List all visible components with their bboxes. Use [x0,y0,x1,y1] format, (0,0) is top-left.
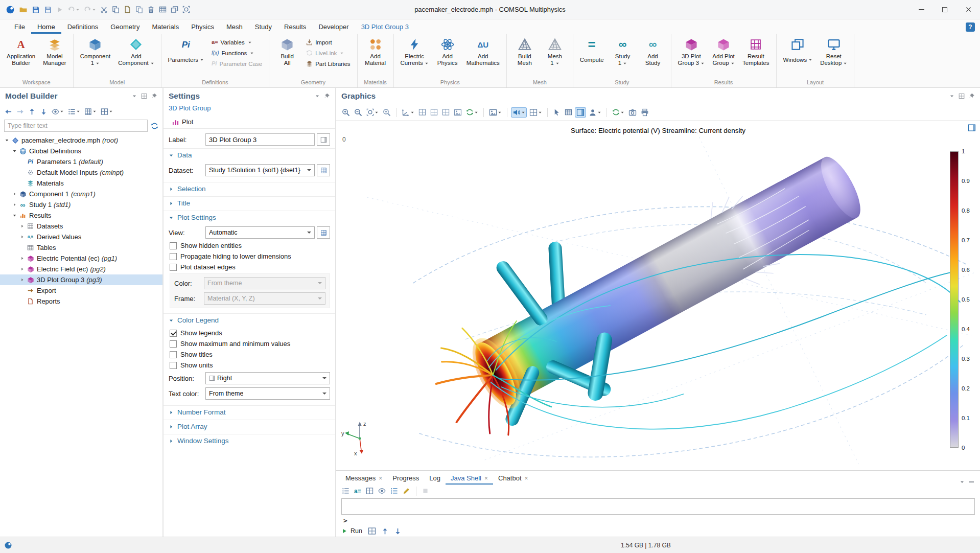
edge-color-select[interactable]: From theme [204,277,325,289]
shell-tree-view-button[interactable] [340,486,351,496]
qat-zoom-extents-button[interactable] [181,4,192,15]
panel-menu-icon[interactable] [949,94,954,99]
ribbon-part-libraries-button[interactable]: Part Libraries [303,58,353,69]
checkbox-propagate-hiding-to-lower-dimensions[interactable]: Propagate hiding to lower dimensions [164,251,335,262]
select-mode-button[interactable] [551,107,562,117]
ribbon-compute-button[interactable]: =Compute [577,35,607,68]
ribbon-parameters-button[interactable]: PiParameters [165,35,207,68]
update-plot-button[interactable] [611,107,626,117]
filter-input[interactable] [4,120,148,132]
qat-save-button[interactable] [30,4,41,15]
section-window-settings[interactable]: Window Settings [164,434,335,447]
ribbon-tab-materials[interactable]: Materials [146,20,185,34]
tab-java-shell[interactable]: Java Shell× [446,472,493,485]
frame-select[interactable]: Material (X, Y, Z) [204,292,325,305]
minimize-panel-icon[interactable] [969,481,974,482]
ribbon-3d-plot-group-3-button[interactable]: 3D PlotGroup 3 [675,35,708,68]
minimize-button[interactable] [909,0,933,19]
ribbon-tab-physics[interactable]: Physics [185,20,220,34]
ribbon-windows-button[interactable]: Windows [780,35,816,68]
ribbon-application-builder-button[interactable]: AApplicationBuilder [4,35,38,68]
ribbon-tab-definitions[interactable]: Definitions [61,20,105,34]
tab-log[interactable]: Log [424,472,446,485]
shell-next-command-button[interactable] [392,526,403,536]
ribbon-reset-desktop-button[interactable]: ResetDesktop [817,35,850,68]
plot-in-window-button[interactable] [528,107,544,118]
shell-history-button[interactable] [377,486,387,496]
section-plot-array[interactable]: Plot Array [164,420,335,433]
plot-button[interactable]: Plot [168,117,197,127]
shell-edit-button[interactable] [401,486,412,496]
ribbon-result-templates-button[interactable]: ResultTemplates [739,35,772,68]
panel-menu-icon[interactable] [132,94,137,99]
section-data[interactable]: Data [164,148,335,162]
ribbon-variables-button[interactable]: a=Variables [208,37,265,48]
pin-icon[interactable] [324,93,330,99]
qat-open-file-button[interactable] [17,4,29,15]
shell-open-shell-button[interactable] [366,526,378,536]
close-tab-icon[interactable]: × [379,475,382,482]
label-input[interactable] [205,133,315,146]
pin-icon[interactable] [969,93,975,99]
qat-duplicate-button[interactable] [134,4,145,15]
refresh-icon[interactable] [151,122,158,130]
tree-item-electric-field-ec[interactable]: Electric Field (ec)(pg2) [0,264,162,274]
text-color-select[interactable]: From theme [205,387,330,400]
sound-button[interactable] [511,107,527,118]
ribbon-parameter-case-button[interactable]: PiParameter Case [208,58,265,69]
rotate-view-button[interactable] [464,107,480,117]
mb-collapse-expand-button[interactable] [99,107,114,117]
tab-chatbot[interactable]: Chatbot× [493,472,533,485]
close-tab-icon[interactable]: × [525,475,528,482]
tree-item-3d-plot-group-3[interactable]: 3D Plot Group 3(pg3) [0,274,162,285]
rename-button[interactable] [317,133,330,146]
tree-item-global-definitions[interactable]: Global Definitions [0,146,162,156]
ribbon-add-material-button[interactable]: AddMaterial [361,35,390,68]
ribbon-tab-file[interactable]: File [8,20,31,34]
mb-forward-button[interactable] [15,107,26,117]
tree-chevron-icon[interactable] [11,149,18,153]
tree-item-default-model-inputs[interactable]: Default Model Inputs(cminpt) [0,167,162,178]
qat-paste-button[interactable] [122,4,133,15]
tree-chevron-icon[interactable] [18,224,26,228]
ribbon-functions-button[interactable]: f(x)Functions [208,48,265,58]
tree-item-datasets[interactable]: Datasets [0,221,162,232]
view-yz-button[interactable] [429,107,439,117]
ribbon-add-mathematics-button[interactable]: ΔUAddMathematics [463,35,503,68]
ribbon-tab-home[interactable]: Home [31,20,61,34]
section-title[interactable]: Title [164,196,335,210]
tree-item-component-1[interactable]: Component 1(comp1) [0,189,162,199]
tree-item-parameters-1[interactable]: PiParameters 1(default) [0,156,162,167]
tree-chevron-icon[interactable] [18,235,26,239]
tree-chevron-icon[interactable] [18,278,26,282]
snapshot-camera-button[interactable] [627,107,638,118]
ribbon-livelink-button[interactable]: LiveLink [303,48,353,58]
ribbon-tab-geometry[interactable]: Geometry [104,20,146,34]
side-panel-button[interactable] [575,107,586,118]
zoom-in-button[interactable] [340,107,352,118]
zoom-box-button[interactable] [381,107,392,118]
ribbon-tab-mesh[interactable]: Mesh [220,20,249,34]
view-edit-button[interactable] [317,226,330,239]
ribbon-build-all-button[interactable]: BuildAll [273,35,301,68]
mb-move-down-button[interactable] [38,107,49,117]
ribbon-add-study-button[interactable]: ∞AddStudy [639,35,667,68]
ribbon-mesh-1-button[interactable]: Mesh1 [541,35,569,68]
mb-model-tree-node-text-button[interactable] [66,107,82,117]
mb-toolbar-options-button[interactable] [83,107,98,117]
checkbox-show-maximum-and-minimum-values[interactable]: Show maximum and minimum values [164,338,335,349]
show-side-panel-icon[interactable] [968,124,976,132]
go-to-default-view-button[interactable] [400,107,416,118]
tree-item-derived-values[interactable]: 8,5Derived Values [0,232,162,242]
zoom-extents-button[interactable] [365,107,380,117]
position-select[interactable]: Right [205,372,330,384]
ribbon-add-component-button[interactable]: AddComponent [115,35,157,68]
panel-menu-icon[interactable] [960,479,965,485]
shell-stop-button[interactable] [421,487,430,495]
checkbox-show-legends[interactable]: Show legends [164,328,335,338]
panel-menu-icon[interactable] [315,94,320,99]
ribbon-add-plot-group-button[interactable]: Add PlotGroup [709,35,738,68]
shell-previous-command-button[interactable] [380,526,390,536]
mb-back-button[interactable] [3,107,14,117]
close-button[interactable] [956,0,980,19]
